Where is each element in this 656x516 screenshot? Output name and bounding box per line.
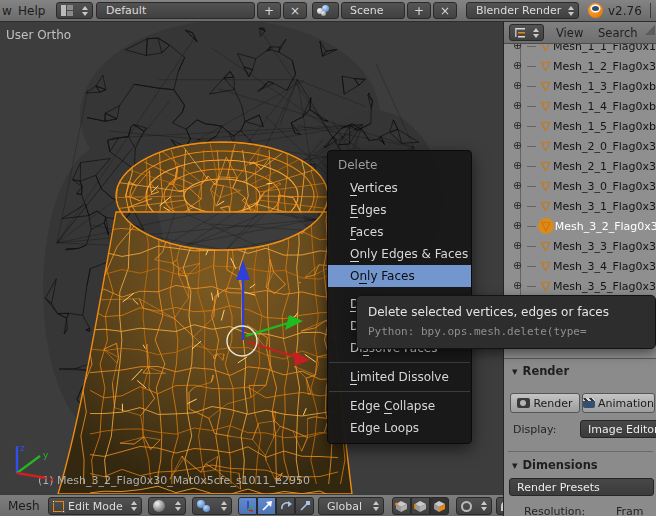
expand-icon[interactable]	[513, 256, 527, 276]
render-button[interactable]: Render	[510, 393, 580, 413]
outliner-row[interactable]: Mesh_3_1_Flag0x3	[504, 196, 656, 216]
mesh-data-icon	[538, 99, 553, 113]
expand-icon[interactable]	[513, 196, 527, 216]
z-axis-arrowhead[interactable]	[236, 260, 250, 280]
x-axis-arrowhead[interactable]	[293, 351, 310, 366]
edge-select-icon	[414, 500, 427, 513]
editor-type-dropdown[interactable]	[509, 24, 544, 41]
add-scene-button[interactable]	[407, 2, 431, 19]
menu-item-faces[interactable]: Faces	[328, 221, 471, 243]
mesh-data-icon	[538, 44, 553, 53]
transform-orientation-dropdown[interactable]: Global	[318, 497, 384, 515]
scene-dropdown[interactable]	[312, 2, 339, 19]
vertex-select-button[interactable]	[392, 497, 411, 515]
vertex-select-icon	[395, 500, 408, 513]
translate-manipulator[interactable]	[227, 260, 310, 366]
menu-item-limited-dissolve[interactable]: Limited Dissolve	[328, 366, 471, 388]
expand-icon[interactable]	[513, 136, 527, 156]
updown-arrows-icon	[373, 501, 379, 511]
expand-icon[interactable]	[513, 276, 527, 296]
mesh-data-icon	[538, 219, 553, 233]
expand-icon[interactable]	[513, 216, 527, 236]
menu-separator	[329, 362, 470, 363]
expand-icon[interactable]	[513, 156, 527, 176]
menu-item-vertices[interactable]: Vertices	[328, 177, 471, 199]
help-menu[interactable]: Help	[18, 4, 45, 18]
delete-layout-button[interactable]	[283, 2, 307, 19]
panel-corner-grip[interactable]	[645, 25, 655, 35]
header-divider	[650, 3, 651, 18]
updown-arrows-icon	[82, 6, 88, 16]
outliner-row[interactable]: Mesh_2_0_Flag0x3	[504, 136, 656, 156]
plus-icon	[264, 4, 274, 18]
display-label: Display:	[513, 423, 556, 436]
updown-arrows-icon	[221, 501, 227, 511]
outliner-row-selected[interactable]: Mesh_3_2_Flag0x3	[504, 216, 656, 236]
rotate-manipulator-button[interactable]	[276, 497, 295, 515]
outliner-row[interactable]: Mesh_1_2_Flag0x3	[504, 56, 656, 76]
outliner-row[interactable]: Mesh_1_3_Flag0xb	[504, 76, 656, 96]
outliner-icon	[514, 27, 526, 38]
manipulator-toggle-button[interactable]	[238, 497, 257, 515]
scene-name-value: Scene	[350, 4, 384, 17]
mesh-data-icon	[538, 279, 553, 293]
scene-name-field[interactable]: Scene	[341, 2, 405, 19]
expand-icon[interactable]	[513, 76, 527, 96]
viewport-header-bar: Mesh Edit Mode	[0, 494, 503, 516]
window-menu-partial[interactable]: w	[2, 4, 12, 18]
blender-logo-icon	[588, 3, 603, 18]
updown-arrows-icon	[481, 501, 487, 511]
pivot-icon	[197, 500, 210, 512]
translate-icon	[261, 500, 273, 512]
expand-icon[interactable]	[513, 96, 527, 116]
render-engine-dropdown[interactable]: Blender Render	[466, 2, 579, 19]
screen-layout-dropdown[interactable]	[56, 2, 93, 19]
operator-tooltip: Delete selected vertices, edges or faces…	[356, 295, 656, 349]
outliner-view-menu[interactable]: View	[556, 26, 583, 40]
snap-toggle-button[interactable]	[496, 497, 503, 515]
layout-name-field[interactable]: Default	[96, 2, 255, 19]
translate-manipulator-button[interactable]	[257, 497, 276, 515]
dimensions-panel-header[interactable]: Dimensions	[512, 458, 598, 472]
proportional-edit-icon	[461, 501, 472, 512]
expand-icon[interactable]	[513, 176, 527, 196]
y-axis-arrowhead[interactable]	[285, 315, 303, 330]
expand-icon[interactable]	[513, 116, 527, 136]
updown-arrows-icon	[131, 501, 137, 511]
face-select-button[interactable]	[430, 497, 449, 515]
magnet-icon	[501, 501, 504, 511]
mode-dropdown[interactable]: Edit Mode	[48, 497, 142, 515]
pivot-point-dropdown[interactable]	[192, 497, 232, 515]
outliner-row[interactable]: Mesh_3_4_Flag0x3	[504, 256, 656, 276]
outliner-row[interactable]: Mesh_3_3_Flag0x3	[504, 236, 656, 256]
menu-item-only-edges-faces[interactable]: Only Edges & Faces	[328, 243, 471, 265]
outliner-row[interactable]: Mesh_3_0_Flag0x3	[504, 176, 656, 196]
animation-button[interactable]: Animation	[582, 393, 655, 413]
mesh-menu[interactable]: Mesh	[8, 499, 40, 513]
menu-item-only-faces[interactable]: Only Faces	[328, 265, 471, 287]
expand-icon[interactable]	[513, 56, 527, 76]
menu-item-edges[interactable]: Edges	[328, 199, 471, 221]
expand-icon[interactable]	[513, 44, 527, 56]
proportional-edit-dropdown[interactable]	[456, 497, 492, 515]
outliner-row[interactable]: Mesh_3_5_Flag0x3	[504, 276, 656, 296]
outliner-row[interactable]: Mesh_1_4_Flag0xb	[504, 96, 656, 116]
mesh-data-icon	[538, 119, 553, 133]
menu-item-edge-loops[interactable]: Edge Loops	[328, 417, 471, 439]
delete-scene-button[interactable]	[433, 2, 457, 19]
add-layout-button[interactable]	[257, 2, 281, 19]
viewport-shading-dropdown[interactable]	[148, 497, 186, 515]
outliner-row[interactable]: Mesh_1_5_Flag0xb	[504, 116, 656, 136]
display-dropdown[interactable]: Image Editor	[580, 420, 656, 438]
outliner-search-menu[interactable]: Search	[598, 26, 638, 40]
expand-icon[interactable]	[513, 236, 527, 256]
outliner-row[interactable]: Mesh_2_1_Flag0x3	[504, 156, 656, 176]
edge-select-button[interactable]	[411, 497, 430, 515]
updown-arrows-icon	[533, 28, 539, 38]
scale-manipulator-button[interactable]	[295, 497, 314, 515]
outliner-row[interactable]: Mesh_1_1_Flag0x1	[504, 44, 656, 56]
menu-item-edge-collapse[interactable]: Edge Collapse	[328, 395, 471, 417]
render-panel-header[interactable]: Render	[512, 364, 569, 378]
render-presets-dropdown[interactable]: Render Presets	[509, 478, 654, 496]
menu-separator	[329, 391, 470, 392]
